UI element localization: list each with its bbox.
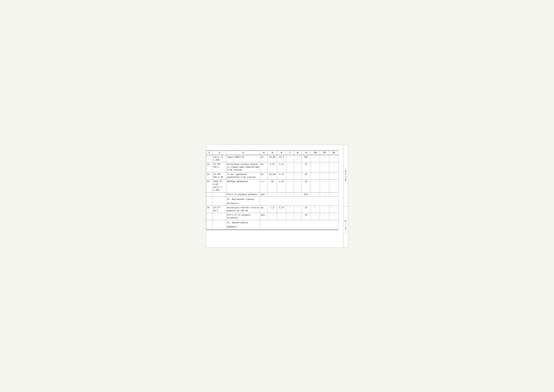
main-table: I 2 3 4 5 6 7 8 9 IO II I2 <box>206 150 339 230</box>
cell-6: II,2 <box>277 155 286 162</box>
cell-7: – <box>286 180 294 192</box>
page-wrapper: . . . . . . . . . . . . . . . . . . . . … <box>206 145 348 247</box>
cell-3: IX. Внутренняя отделка <box>226 197 260 202</box>
col-header-7: 7 <box>286 151 294 155</box>
cell-4: м2 <box>260 155 268 162</box>
cell-5: 40 <box>268 180 277 192</box>
col-header-12: I2 <box>329 151 338 155</box>
col-header-9: 9 <box>301 151 311 155</box>
col-header-10: IO <box>311 151 320 155</box>
cell-10: – <box>311 206 320 213</box>
cell-12: – <box>329 206 338 213</box>
cell-9: I6 <box>301 213 311 220</box>
cell-5: 44,88 <box>268 172 277 180</box>
cell-9: 49 <box>301 180 311 192</box>
table-row-section: IX. Внутренняя отделка <box>206 197 339 202</box>
cell-rest <box>260 225 338 230</box>
cell-2 <box>212 220 226 225</box>
cell-2: СНиП IУ–4–82 часть I п.395 <box>212 180 226 192</box>
cell-8: – <box>294 155 301 162</box>
cell-10: – <box>311 155 320 162</box>
cell-12: – <box>329 213 338 220</box>
cell-9: I6 <box>301 206 311 213</box>
cell-10: – <box>311 180 320 192</box>
table-row-section: XI. Прочие работы <box>206 220 339 225</box>
cell-3: Исключить: <box>226 202 260 206</box>
cell-3: Добавить: <box>226 225 260 230</box>
cell-8: – <box>294 206 301 213</box>
cell-5: – <box>268 213 277 220</box>
cell-3: XI. Прочие работы <box>226 220 260 225</box>
cell-12: – <box>329 192 338 197</box>
cell-11: – <box>320 162 329 172</box>
cell-10: – <box>311 213 320 220</box>
side-doc-label-3: 88 <box>345 226 347 231</box>
cell-2: I5–277 56–I <box>212 206 226 213</box>
cell-8: – <box>294 192 301 197</box>
cell-3: Приборы фрамужные <box>226 180 260 192</box>
cell-12: – <box>329 162 338 172</box>
cell-1 <box>206 213 212 220</box>
cell-1 <box>206 192 212 197</box>
cell-4: м2 <box>260 206 268 213</box>
col-header-6: 6 <box>277 151 286 155</box>
col-header-4: 4 <box>260 151 268 155</box>
cell-1 <box>206 155 212 162</box>
cell-8: – <box>294 180 301 192</box>
cell-2: часть II п.I68 <box>212 155 226 162</box>
cell-8: – <box>294 172 301 180</box>
table-row: 23 I5–705 20I–I–35 То же, одинарных пере… <box>206 172 339 180</box>
cell-10: – <box>311 172 320 180</box>
cell-4: к-т <box>260 180 268 192</box>
cell-1: 23 <box>206 172 212 180</box>
cell-9: 23 <box>301 162 311 172</box>
table-row: Итого по разделу добавить руб. – – – – 9… <box>206 192 339 197</box>
cell-7: – <box>286 172 294 180</box>
table-row: часть II п.I68 сарки СВОI2–I2 м2 44,88 I… <box>206 155 339 162</box>
cell-4: м2 <box>260 172 268 180</box>
cell-3: То же, одинарных переплетов 3 мм стеклом <box>226 172 260 180</box>
cell-2 <box>212 213 226 220</box>
cell-6: I,2I <box>277 172 286 180</box>
side-panel: 804-2-41.86 II | 88 | <box>343 145 348 247</box>
side-doc-id-top: 804-2-41.86 <box>343 145 348 206</box>
table-row-section: Добавить: <box>206 225 339 230</box>
cell-2 <box>212 192 226 197</box>
main-content: I 2 3 4 5 6 7 8 9 IO II I2 <box>206 150 348 230</box>
cell-7: – <box>286 192 294 197</box>
side-doc-label-4: | <box>345 232 346 233</box>
col-header-11: II <box>320 151 329 155</box>
cell-12: – <box>329 172 338 180</box>
col-header-1: I <box>206 151 212 155</box>
cell-2 <box>212 225 226 230</box>
table-row: 25 I5–277 56–I Штукатурка плоских откосо… <box>206 206 339 213</box>
cell-4: руб. <box>260 213 268 220</box>
cell-4: руб. <box>260 192 268 197</box>
col-header-8: 8 <box>294 151 301 155</box>
cell-3: сарки СВОI2–I2 <box>226 155 260 162</box>
cell-6: I,23 <box>277 180 286 192</box>
cell-8: – <box>294 162 301 172</box>
cell-6: – <box>277 213 286 220</box>
table-row: 22 I5–707 20I–2 Остекление оконных блоко… <box>206 162 339 172</box>
cell-5: 44,88 <box>268 155 277 162</box>
cell-3: Остекление оконных блоков со спарен-ными… <box>226 162 260 172</box>
cell-3: Итого по разделу добавить <box>226 192 260 197</box>
bottom-separator-row <box>206 230 339 230</box>
cell-6: 2,42 <box>277 162 286 172</box>
cell-1 <box>206 197 212 202</box>
cell-1 <box>206 225 212 230</box>
cell-3: Штукатурка плоских откосов шириной до 20… <box>226 206 260 213</box>
cell-2: I5–707 20I–2 <box>212 162 226 172</box>
cell-6: – <box>277 192 286 197</box>
cell-2 <box>212 202 226 206</box>
cell-4: м2 <box>260 162 268 172</box>
side-doc-id-bottom: II | 88 | <box>343 206 348 247</box>
cell-2 <box>212 197 226 202</box>
cell-10: – <box>311 162 320 172</box>
cell-11: – <box>320 172 329 180</box>
cell-1: 22 <box>206 162 212 172</box>
cell-9: 503 <box>301 155 311 162</box>
cell-11: – <box>320 180 329 192</box>
table-row: 24 СНиП IУ–4–82 часть I п.395 Приборы фр… <box>206 180 339 192</box>
